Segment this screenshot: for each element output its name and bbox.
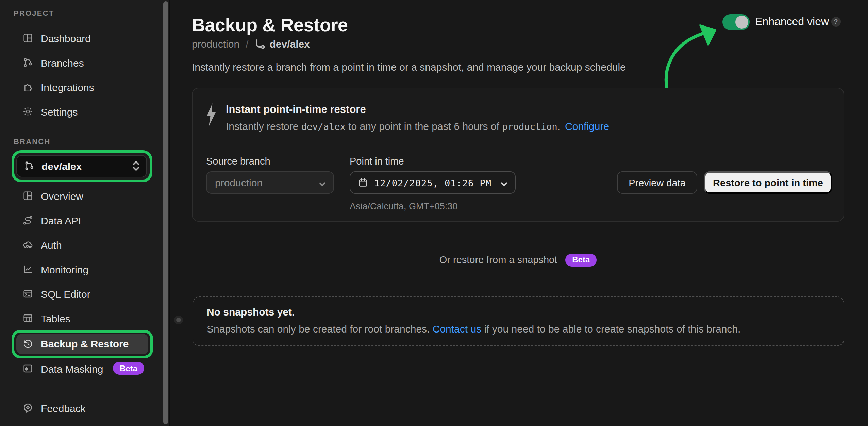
sidebar-item-label: Data API [41,215,81,226]
card-divider [206,146,831,146]
contact-us-link[interactable]: Contact us [433,323,481,335]
snapshots-empty-card: No snapshots yet. Snapshots can only be … [193,296,844,346]
breadcrumb-current: dev/alex [269,38,310,50]
source-branch-select[interactable]: production [206,171,334,194]
lightning-icon [206,103,216,126]
point-in-time-value: 12/02/2025, 01:26 PM [374,177,491,188]
sidebar-item-label: Integrations [41,81,94,93]
beta-badge: Beta [113,362,144,375]
divider-line [605,259,844,260]
sidebar-item-label: Settings [41,106,78,117]
beta-badge: Beta [565,253,597,266]
panel-resize-handle[interactable] [174,316,183,324]
sidebar-item-label: Overview [41,190,83,202]
branch-selector[interactable]: dev/alex [16,155,147,177]
enhanced-view-label: Enhanced view [755,15,829,28]
annotation-arrow [653,20,728,95]
desc-text: . [557,120,560,132]
sidebar-item-label: SQL Editor [41,288,90,300]
desc-text: Instantly restore [226,120,301,132]
sql-editor-icon [22,288,33,299]
sidebar-item-integrations[interactable]: Integrations [0,75,163,99]
sidebar-item-tables[interactable]: Tables [0,306,163,330]
integrations-icon [22,82,33,92]
point-in-time-label: Point in time [350,156,404,167]
sidebar-item-dashboard[interactable]: Dashboard [0,26,163,50]
divider-line [192,259,431,260]
sidebar-item-sql-editor[interactable]: SQL Editor [0,282,163,306]
sidebar-item-branches[interactable]: Branches [0,50,163,75]
backup-restore-icon [22,339,33,350]
preview-data-button[interactable]: Preview data [617,171,697,194]
configure-link[interactable]: Configure [565,120,609,132]
empty-text: Snapshots can only be created for root b… [207,323,433,335]
snapshot-divider-label: Or restore from a snapshot [439,254,557,265]
dashboard-icon [22,33,33,44]
project-section-label: PROJECT [14,9,54,17]
auth-icon [22,239,33,250]
branch-icon [24,160,35,171]
sidebar-item-label: Backup & Restore [41,338,129,350]
sidebar-item-label: Data Masking [41,363,103,374]
overview-icon [22,190,33,201]
calendar-icon [358,177,368,188]
source-name-code: production [502,121,557,132]
chevron-down-icon [500,178,508,187]
source-branch-label: Source branch [206,156,270,167]
sidebar-item-label: Monitoring [41,263,88,275]
settings-icon [22,106,33,117]
branches-icon [22,57,33,68]
main-content: Backup & Restore production / dev/alex I… [170,0,868,426]
sidebar-item-data-api[interactable]: Data API [0,208,163,233]
sidebar-item-label: Feedback [41,402,86,414]
pit-restore-card: Instant point-in-time restore Instantly … [192,88,844,222]
sidebar-item-label: Branches [41,57,84,68]
branch-name-code: dev/alex [301,121,346,132]
desc-text: to any point in the past 6 hours of [346,120,502,132]
snapshot-divider: Or restore from a snapshot Beta [192,254,844,266]
sidebar-item-settings[interactable]: Settings [0,99,163,124]
chevron-up-down-icon [132,160,140,172]
page-description: Instantly restore a branch from a point … [192,61,626,73]
sidebar-item-feedback[interactable]: Feedback [0,396,163,420]
sidebar-item-label: Tables [41,312,70,324]
child-branch-icon [254,38,265,49]
sidebar-scrollbar[interactable] [163,1,168,424]
breadcrumb-separator: / [246,38,248,50]
page-title: Backup & Restore [192,15,348,36]
chevron-down-icon [318,178,327,187]
feedback-icon [22,403,33,413]
sidebar-item-backup-restore[interactable]: Backup & Restore [16,334,148,354]
project-nav: Dashboard Branches Integrations Settings [0,26,163,124]
help-icon[interactable]: ? [831,17,840,26]
breadcrumb: production / dev/alex [192,38,310,50]
sidebar-item-data-masking[interactable]: Data Masking Beta [0,356,163,381]
tables-icon [22,313,33,324]
sidebar-item-label: Auth [41,239,62,251]
restore-point-in-time-button[interactable]: Restore to point in time [704,171,832,194]
monitoring-icon [22,264,33,275]
enhanced-view-toggle[interactable] [722,14,750,30]
sidebar-item-auth[interactable]: Auth [0,233,163,257]
empty-text: if you need to be able to create snapsho… [481,323,740,335]
branch-section-label: BRANCH [14,137,51,146]
pit-card-description: Instantly restore dev/alex to any point … [226,120,609,132]
sidebar-item-label: Dashboard [41,32,91,44]
sidebar: PROJECT Dashboard Branches Integrations [0,0,170,426]
point-in-time-picker[interactable]: 12/02/2025, 01:26 PM [350,171,516,194]
sidebar-item-overview[interactable]: Overview [0,184,163,208]
breadcrumb-parent[interactable]: production [192,38,239,50]
pit-card-title: Instant point-in-time restore [226,103,366,116]
sidebar-item-monitoring[interactable]: Monitoring [0,257,163,282]
source-branch-value: production [215,177,263,188]
snapshots-empty-title: No snapshots yet. [207,306,295,318]
toggle-knob [735,15,748,28]
branch-selector-value: dev/alex [41,160,82,172]
data-masking-icon [22,363,33,374]
data-api-icon [22,215,33,226]
branch-nav: Overview Data API Auth Monitoring [0,184,163,330]
app-root: PROJECT Dashboard Branches Integrations [0,0,868,426]
snapshots-empty-text: Snapshots can only be created for root b… [207,323,740,335]
timezone-text: Asia/Calcutta, GMT+05:30 [350,201,457,211]
